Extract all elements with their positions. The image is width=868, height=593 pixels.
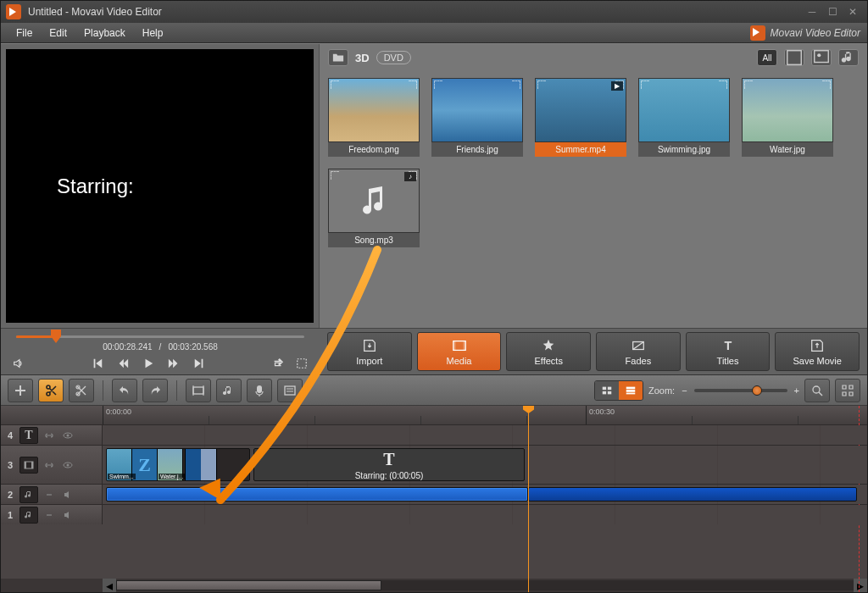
track-number: 4 xyxy=(4,430,16,441)
volume-button[interactable] xyxy=(8,354,30,373)
tab-media[interactable]: Media xyxy=(417,332,502,371)
time-total: 00:03:20.568 xyxy=(168,342,217,352)
svg-text:T: T xyxy=(724,338,732,352)
close-button[interactable]: ✕ xyxy=(843,4,862,19)
zoom-in-button[interactable]: + xyxy=(794,385,799,396)
visibility-toggle[interactable] xyxy=(60,458,75,472)
goto-end-button[interactable] xyxy=(188,354,210,373)
thumb-summer[interactable]: ▶ Summer.mp4 xyxy=(535,78,626,157)
tab-save-movie[interactable]: Save Movie xyxy=(775,332,860,371)
timeline-mode-toggle[interactable] xyxy=(594,380,643,401)
record-button[interactable] xyxy=(247,379,272,402)
scroll-thumb[interactable] xyxy=(116,580,381,590)
tab-label: Effects xyxy=(534,356,562,366)
mute-toggle[interactable] xyxy=(60,508,75,522)
zoom-out-button[interactable]: − xyxy=(682,385,687,396)
mode-timeline[interactable] xyxy=(619,381,643,400)
loop-button[interactable] xyxy=(267,354,289,373)
filter-all-button[interactable]: All xyxy=(757,49,777,66)
audio-tools-button[interactable] xyxy=(216,379,242,402)
thumb-freedom[interactable]: Freedom.png xyxy=(328,78,420,157)
svg-rect-18 xyxy=(603,386,606,390)
zoom-slider[interactable] xyxy=(694,389,787,392)
svg-point-33 xyxy=(67,463,70,466)
zoom-knob[interactable] xyxy=(752,385,762,396)
preview-canvas[interactable]: Starring: xyxy=(6,49,314,323)
step-fwd-button[interactable] xyxy=(163,354,185,373)
svg-rect-30 xyxy=(25,462,26,468)
open-folder-button[interactable] xyxy=(328,49,348,66)
track-lane[interactable]: Swimm... Z Water.j... T Starring: (0:00:… xyxy=(103,446,867,484)
filter-video-button[interactable] xyxy=(784,49,804,66)
step-back-button[interactable] xyxy=(112,354,134,373)
link-toggle[interactable] xyxy=(42,488,57,502)
play-button[interactable] xyxy=(137,354,159,373)
visibility-toggle[interactable] xyxy=(60,429,75,442)
tab-import[interactable]: Import xyxy=(327,332,412,371)
tab-effects[interactable]: Effects xyxy=(506,332,591,371)
menu-help[interactable]: Help xyxy=(134,25,172,41)
transition-block[interactable] xyxy=(185,449,217,480)
tab-fades[interactable]: Fades xyxy=(596,332,681,371)
maximize-button[interactable]: ☐ xyxy=(823,4,842,19)
scroll-right-button[interactable]: ▸ xyxy=(854,579,867,592)
thumb-water[interactable]: Water.jpg xyxy=(742,78,833,157)
goto-start-button[interactable] xyxy=(86,354,108,373)
filter-audio-button[interactable] xyxy=(838,49,859,66)
app-icon xyxy=(6,4,21,19)
clip-label: Water.j... xyxy=(159,474,185,479)
thumb-label: Water.jpg xyxy=(742,142,833,157)
time-ruler[interactable]: 0:00:00 0:00:30 xyxy=(1,406,867,424)
thumb-friends[interactable]: Friends.jpg xyxy=(431,78,523,157)
split-clip-button[interactable] xyxy=(38,379,64,402)
track-1: 1 xyxy=(1,504,867,524)
clip-audio-tail[interactable] xyxy=(528,487,857,502)
minimize-button[interactable]: ─ xyxy=(803,4,821,19)
svg-rect-19 xyxy=(608,386,611,390)
clip-audio-main[interactable] xyxy=(106,487,528,502)
filter-image-button[interactable] xyxy=(811,49,832,66)
svg-rect-14 xyxy=(257,385,262,393)
tab-label: Import xyxy=(356,356,382,366)
playhead[interactable] xyxy=(528,406,529,592)
svg-point-2 xyxy=(817,53,821,57)
mute-toggle[interactable] xyxy=(60,488,75,502)
scroll-left-button[interactable]: ◂ xyxy=(103,579,116,592)
thumb-song[interactable]: ♪ Song.mp3 xyxy=(328,169,420,247)
track-lane[interactable] xyxy=(103,505,867,524)
fullscreen-button[interactable] xyxy=(291,354,313,373)
cut-button[interactable] xyxy=(69,379,94,402)
undo-button[interactable] xyxy=(112,379,137,402)
tab-label: Media xyxy=(447,356,472,366)
track-lane[interactable] xyxy=(103,485,867,504)
crop-button[interactable] xyxy=(186,379,211,402)
properties-button[interactable] xyxy=(277,379,303,402)
fades-icon xyxy=(631,338,646,353)
track-lane[interactable] xyxy=(103,425,867,445)
menu-edit[interactable]: Edit xyxy=(41,25,75,41)
dvd-button[interactable]: DVD xyxy=(376,51,411,64)
mode-storyboard[interactable] xyxy=(595,381,619,400)
clip-title[interactable]: T Starring: (0:00:05) xyxy=(253,448,525,481)
thumb-swimming[interactable]: Swimming.jpg xyxy=(638,78,730,157)
thumb-label: Freedom.png xyxy=(328,142,420,157)
media-grid: Freedom.png Friends.jpg ▶ Summer.mp4 Swi… xyxy=(320,71,867,328)
fit-zoom-button[interactable] xyxy=(804,379,830,402)
link-toggle[interactable] xyxy=(42,458,57,472)
tab-titles[interactable]: T Titles xyxy=(686,332,771,371)
svg-rect-20 xyxy=(603,391,606,394)
import-icon xyxy=(362,338,377,353)
clip-video[interactable]: Swimm... Z Water.j... xyxy=(106,448,250,481)
menu-file[interactable]: File xyxy=(8,25,41,41)
seek-thumb[interactable] xyxy=(51,330,61,346)
redo-button[interactable] xyxy=(142,379,168,402)
expand-tracks-button[interactable] xyxy=(835,379,860,402)
3d-button[interactable]: 3D xyxy=(355,52,370,64)
link-toggle[interactable] xyxy=(42,508,57,522)
add-button[interactable] xyxy=(8,379,33,402)
timeline-scrollbar[interactable]: ◂ ▸ xyxy=(1,579,867,592)
link-toggle[interactable] xyxy=(42,429,57,442)
menu-playback[interactable]: Playback xyxy=(75,25,134,41)
brand-text: Movavi Video Editor xyxy=(771,27,861,39)
timeline-toolbar: Zoom: − + xyxy=(1,375,867,406)
